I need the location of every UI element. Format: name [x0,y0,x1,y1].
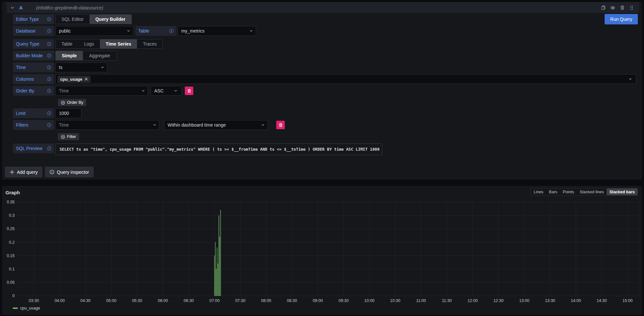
order-by-row: Order By Time ASC [13,86,641,96]
svg-text:10:00: 10:00 [364,298,375,303]
remove-filter-button[interactable] [276,121,285,129]
query-type-time-series[interactable]: Time Series [100,39,137,48]
field-label-text: Limit [16,111,26,116]
svg-text:11:30: 11:30 [442,298,452,303]
query-actions: Add query Query inspector [5,167,94,177]
button-label: Query inspector [57,170,89,175]
sql-preview-row: SQL Preview SELECT ts as "time", cpu_usa… [13,144,641,155]
trash-icon [279,123,283,127]
editor-type-label: Editor Type [13,14,54,24]
plus-icon [9,170,14,174]
field-label-text: Order By [16,88,34,93]
datasource-name: (info8fcc-greptimedb-datasource) [36,5,103,10]
info-icon[interactable] [47,111,51,116]
svg-text:07:30: 07:30 [235,298,245,303]
builder-mode-aggregate[interactable]: Aggregate [83,51,116,60]
svg-text:04:00: 04:00 [55,298,65,303]
info-icon[interactable] [47,89,51,93]
svg-text:14:30: 14:30 [596,298,607,303]
query-type-switch: Table Logs Time Series Traces [55,39,163,49]
editor-type-query-builder[interactable]: Query Builder [89,15,131,24]
collapse-chevron-icon[interactable] [9,6,16,10]
info-icon[interactable] [47,65,51,70]
circle-plus-icon [61,101,65,105]
limit-row: Limit 1000 [13,108,641,118]
svg-text:12:00: 12:00 [468,298,478,303]
query-type-row: Query Type Table Logs Time Series Traces [13,39,641,49]
column-tag[interactable]: cpu_usage [58,76,90,83]
sql-preview-label: SQL Preview [13,144,54,153]
selected-value: 1000 [59,111,69,116]
eye-icon[interactable] [610,5,615,10]
query-type-traces[interactable]: Traces [137,39,162,48]
filters-row: Filters Time Within dashboard time range [13,120,641,130]
field-label-text: Query Type [16,41,39,47]
svg-text:08:00: 08:00 [261,298,271,303]
add-order-by-button[interactable]: Order By [58,99,86,106]
info-icon[interactable] [47,146,51,151]
field-label-text: Database [16,28,35,34]
order-by-label: Order By [13,86,54,96]
add-query-button[interactable]: Add query [5,167,42,177]
editor-type-switch: SQL Editor Query Builder [55,14,132,24]
time-row: Time ts [13,62,641,72]
query-inspector-button[interactable]: Query inspector [45,167,94,177]
svg-text:12:30: 12:30 [493,298,503,303]
order-by-direction-select[interactable]: ASC [151,86,182,96]
info-icon[interactable] [47,123,51,127]
chevron-down-icon [142,89,145,92]
info-icon[interactable] [47,77,51,81]
time-select[interactable]: ts [55,62,107,72]
run-query-button[interactable]: Run Query [605,14,638,24]
query-type-table[interactable]: Table [56,39,78,48]
add-filter-button[interactable]: Filter [58,133,79,140]
query-ref-id[interactable]: A [19,5,23,10]
table-label: Table [135,26,176,36]
builder-mode-simple[interactable]: Simple [56,51,83,60]
info-icon[interactable] [47,53,51,58]
info-icon[interactable] [47,17,51,21]
info-icon[interactable] [169,29,174,33]
database-select[interactable]: public [55,26,133,36]
columns-label: Columns [13,74,54,84]
svg-text:0.05: 0.05 [7,280,15,285]
svg-text:11:00: 11:00 [416,298,426,303]
chevron-down-icon [153,123,156,127]
database-row: Database public Table my_metrics [13,26,641,36]
order-by-field-select[interactable]: Time [55,86,148,96]
svg-text:03:30: 03:30 [29,298,39,303]
query-row-header[interactable]: A (info8fcc-greptimedb-datasource) [7,2,639,13]
option-text: cpu_usage [60,77,82,82]
duplicate-icon[interactable] [601,5,606,10]
selected-value: my_metrics [181,28,205,34]
chevron-down-icon [127,29,130,33]
builder-mode-label: Builder Mode [13,51,54,61]
svg-text:09:00: 09:00 [313,298,323,303]
time-series-chart[interactable]: 00.050.10.150.20.250.30.3503:3004:0004:3… [3,186,641,314]
svg-text:13:30: 13:30 [545,298,555,303]
filter-condition-select[interactable]: Within dashboard time range [164,120,268,130]
svg-text:0: 0 [12,294,15,298]
selected-value: Time [59,122,69,128]
trash-icon[interactable] [620,5,625,10]
remove-tag-icon[interactable] [85,77,88,81]
info-icon[interactable] [47,42,51,46]
columns-multiselect[interactable]: cpu_usage [55,74,636,84]
selected-value: ts [59,65,62,70]
add-order-by-row: Order By [13,99,641,106]
svg-text:0.35: 0.35 [7,200,15,204]
table-select[interactable]: my_metrics [178,26,256,36]
info-icon[interactable] [47,29,51,33]
query-type-logs[interactable]: Logs [78,39,100,48]
limit-input[interactable]: 1000 [55,108,81,118]
filter-field-select[interactable]: Time [55,120,159,130]
editor-type-sql-editor[interactable]: SQL Editor [56,15,89,24]
svg-text:0.15: 0.15 [7,254,15,258]
legend-item-cpu-usage[interactable]: cpu_usage [13,306,40,311]
builder-mode-row: Builder Mode Simple Aggregate [13,51,641,61]
svg-text:09:30: 09:30 [338,298,349,303]
selected-value: Within dashboard time range [168,122,226,128]
drag-handle-icon[interactable] [629,5,634,10]
svg-text:06:00: 06:00 [158,298,168,303]
remove-order-by-button[interactable] [185,87,193,95]
